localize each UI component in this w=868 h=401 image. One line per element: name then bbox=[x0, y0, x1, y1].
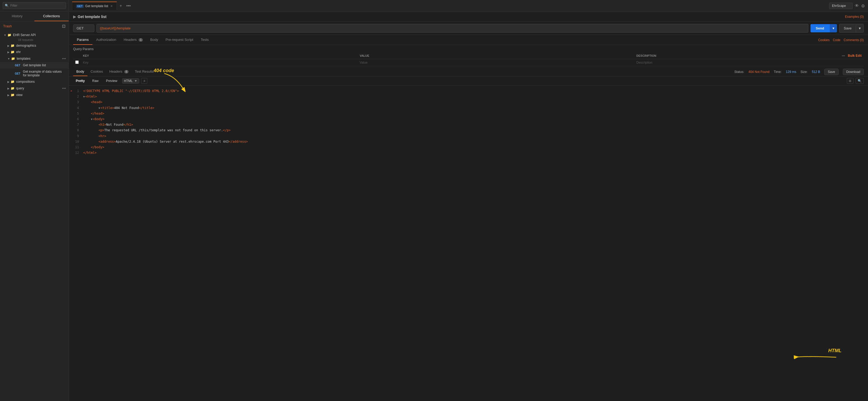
add-tab-button[interactable]: + bbox=[117, 3, 124, 8]
env-select[interactable]: EhrScape bbox=[829, 3, 852, 9]
line-content-6: ▼<body> bbox=[83, 117, 104, 122]
eye-icon-button[interactable]: 👁 bbox=[855, 3, 859, 8]
line-content-9: <hr> bbox=[83, 134, 106, 139]
response-tab-list: Body Cookies Headers 6 Test Results bbox=[73, 67, 157, 76]
request-label-2: Get example of data values for template bbox=[23, 70, 66, 77]
line-content-4: ▼<title>404 Not Found</title> bbox=[83, 106, 154, 111]
comments-link[interactable]: Comments (0) bbox=[844, 38, 864, 42]
query-more-icon[interactable]: ••• bbox=[62, 86, 66, 90]
save-dropdown-button[interactable]: ▼ bbox=[856, 24, 864, 33]
save-button[interactable]: Save bbox=[839, 24, 856, 33]
tab-tests[interactable]: Tests bbox=[197, 35, 212, 45]
folder-ehr[interactable]: ▶ 📁 ehr bbox=[0, 49, 69, 55]
size-value: 512 B bbox=[812, 70, 820, 74]
tab-label: Get template list bbox=[85, 4, 108, 8]
bulk-edit-button[interactable]: Bulk Edit bbox=[848, 54, 862, 58]
cookies-link[interactable]: Cookies bbox=[818, 38, 830, 42]
param-value-cell[interactable]: Value bbox=[358, 59, 634, 66]
code-line-4: 4 ▼<title>404 Not Found</title> bbox=[69, 105, 868, 111]
folder-view[interactable]: ▶ 📁 view bbox=[0, 92, 69, 98]
gear-icon-button[interactable]: ⚙ bbox=[861, 3, 865, 8]
line-num-12: 12 bbox=[75, 150, 83, 155]
sidebar-tree: ▼ 📁 EHR Server API 18 requests ▶ 📁 demog… bbox=[0, 31, 69, 401]
filter-input[interactable] bbox=[3, 2, 66, 9]
request-get-example[interactable]: GET Get example of data values for templ… bbox=[0, 68, 69, 79]
query-label: query bbox=[16, 86, 24, 90]
demographics-folder-icon: 📁 bbox=[10, 44, 14, 48]
search-response-button[interactable]: 🔍 bbox=[856, 78, 864, 84]
response-download-button[interactable]: Download bbox=[843, 69, 864, 75]
response-tab-body[interactable]: Body bbox=[73, 67, 87, 76]
param-key-cell[interactable]: Key bbox=[81, 59, 358, 66]
tab-pre-request-script[interactable]: Pre-request Script bbox=[162, 35, 197, 45]
param-action-cell bbox=[749, 59, 864, 66]
compositions-label: compositions bbox=[16, 80, 66, 84]
response-tab-test-results[interactable]: Test Results bbox=[132, 67, 157, 76]
tab-params[interactable]: Params bbox=[73, 35, 92, 45]
folder-query[interactable]: ▶ 📁 query ••• bbox=[0, 85, 69, 92]
more-tabs-button[interactable]: ••• bbox=[124, 3, 133, 8]
line-content-1: <!DOCTYPE HTML PUBLIC "-//IETF//DTD HTML… bbox=[83, 89, 179, 94]
tab-headers[interactable]: Headers 1 bbox=[120, 35, 147, 45]
url-input[interactable] bbox=[96, 24, 808, 33]
format-dropdown-icon: ▼ bbox=[134, 79, 137, 83]
code-line-11: 11 </body> bbox=[69, 145, 868, 150]
folder-demographics[interactable]: ▶ 📁 demographics bbox=[0, 42, 69, 49]
wrap-button[interactable]: ≡ bbox=[141, 78, 147, 84]
templates-more-icon[interactable]: ••• bbox=[62, 56, 66, 61]
tab-collections[interactable]: Collections bbox=[34, 11, 69, 21]
size-label: Size: bbox=[800, 70, 808, 74]
line-content-7: <h1>Not Found</h1> bbox=[83, 122, 133, 127]
tab-bar: GET Get template list ✕ + ••• bbox=[72, 2, 827, 10]
tab-body[interactable]: Body bbox=[147, 35, 162, 45]
method-select[interactable]: GET POST PUT DELETE bbox=[73, 24, 94, 32]
response-save-button[interactable]: Save bbox=[824, 69, 838, 75]
error-indicator-1: ✕ bbox=[69, 89, 74, 93]
line-content-8: <p>The requested URL /this/template was … bbox=[83, 128, 230, 133]
query-params-section: Query Params KEY VALUE DESCRIPTION ••• B… bbox=[69, 45, 868, 67]
response-tab-cookies[interactable]: Cookies bbox=[87, 67, 106, 76]
param-desc-cell[interactable]: Description bbox=[634, 59, 749, 66]
request-title[interactable]: ▶ Get template list bbox=[73, 15, 106, 19]
send-button[interactable]: Send bbox=[810, 24, 830, 32]
line-content-5: </head> bbox=[83, 111, 104, 116]
tab-history[interactable]: History bbox=[0, 11, 34, 21]
code-link[interactable]: Code bbox=[833, 38, 840, 42]
tab-get-template-list[interactable]: GET Get template list ✕ bbox=[72, 2, 117, 10]
raw-button[interactable]: Raw bbox=[90, 78, 101, 84]
response-tab-headers[interactable]: Headers 6 bbox=[106, 67, 132, 76]
params-actions: Cookies Code Comments (0) bbox=[818, 38, 864, 42]
folder-compositions[interactable]: ▶ 📁 compositions bbox=[0, 79, 69, 85]
preview-button[interactable]: Preview bbox=[103, 78, 120, 84]
tab-method-badge: GET bbox=[76, 4, 84, 8]
response-headers-label: Headers bbox=[110, 69, 122, 74]
copy-button[interactable]: ⧉ bbox=[847, 78, 854, 84]
param-checkbox[interactable] bbox=[73, 59, 81, 66]
ehr-chevron-icon: ▶ bbox=[7, 51, 9, 54]
tab-close-icon[interactable]: ✕ bbox=[110, 4, 113, 8]
examples-link[interactable]: Examples (0) bbox=[845, 15, 864, 19]
format-type-label: HTML bbox=[124, 79, 133, 83]
sidebar-search-section: 🔍 bbox=[0, 0, 69, 11]
request-get-template-list[interactable]: GET Get template list bbox=[0, 62, 69, 68]
line-num-9: 9 bbox=[75, 134, 83, 139]
save-button-group: Save ▼ bbox=[839, 24, 864, 33]
send-dropdown-button[interactable]: ▼ bbox=[830, 24, 837, 32]
tab-authorization[interactable]: Authorization bbox=[92, 35, 120, 45]
new-collection-button[interactable]: ⊡ bbox=[62, 24, 65, 29]
demographics-label: demographics bbox=[16, 44, 66, 48]
folder-templates[interactable]: ▼ 📁 templates ••• bbox=[0, 55, 69, 62]
trash-label[interactable]: Trash bbox=[3, 24, 12, 28]
collection-root[interactable]: ▼ 📁 EHR Server API bbox=[0, 32, 69, 38]
param-check-input[interactable] bbox=[75, 60, 79, 64]
checkbox-col-header bbox=[73, 53, 81, 59]
desc-col-header: DESCRIPTION bbox=[634, 53, 749, 59]
demographics-chevron-icon: ▶ bbox=[7, 44, 9, 47]
format-type-select[interactable]: HTML ▼ bbox=[122, 78, 140, 84]
pretty-button[interactable]: Pretty bbox=[73, 78, 87, 84]
line-content-12: </html> bbox=[83, 150, 97, 155]
line-num-11: 11 bbox=[75, 145, 83, 150]
folder-icon: 📁 bbox=[7, 33, 11, 37]
code-viewer: ✕ 1 <!DOCTYPE HTML PUBLIC "-//IETF//DTD … bbox=[69, 86, 868, 401]
format-bar: Pretty Raw Preview HTML ▼ ≡ ⧉ 🔍 bbox=[69, 76, 868, 86]
